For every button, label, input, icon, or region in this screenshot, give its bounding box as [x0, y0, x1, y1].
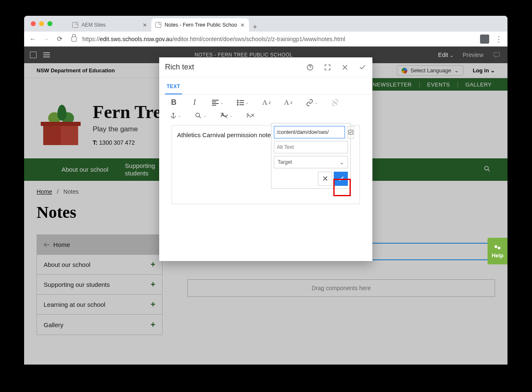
- window-controls: [28, 16, 56, 32]
- chevron-down-icon: ⌄: [340, 159, 344, 165]
- address-bar: ← → ⟳ https://edit.sws.schools.nsw.gov.a…: [24, 32, 507, 47]
- link-cancel-button[interactable]: ✕: [318, 172, 332, 186]
- italic-icon[interactable]: I: [191, 98, 198, 107]
- link-popover: Target ⌄ ✕: [271, 123, 351, 189]
- link-apply-button[interactable]: [334, 172, 348, 186]
- svg-point-1: [485, 166, 488, 170]
- target-select[interactable]: Target ⌄: [274, 156, 348, 168]
- school-phone: T: 1300 307 472: [93, 139, 170, 146]
- link-path-input[interactable]: [274, 126, 345, 138]
- tab-title: Notes - Fern Tree Public Schoo: [165, 22, 237, 28]
- forward-button[interactable]: →: [42, 35, 50, 43]
- school-logo: [41, 101, 80, 145]
- crumb-home[interactable]: Home: [37, 188, 52, 195]
- specialchar-icon[interactable]: [246, 113, 254, 118]
- sidebar-supporting[interactable]: Supporting our students+: [37, 275, 162, 295]
- tab-strip: AEM Sites ✕ Notes - Fern Tree Public Sch…: [24, 16, 507, 32]
- sidebar-nav: 🡠 Home About our school+ Supporting our …: [37, 234, 163, 335]
- path-picker-icon[interactable]: [347, 126, 354, 138]
- nav-about[interactable]: About our school: [53, 166, 117, 173]
- page-icon: [155, 22, 161, 28]
- back-button[interactable]: ←: [29, 35, 37, 43]
- svg-point-7: [196, 113, 200, 117]
- url-field[interactable]: https://edit.sws.schools.nsw.gov.au/edit…: [82, 36, 474, 42]
- annotate-icon[interactable]: [493, 51, 501, 59]
- nav-gallery[interactable]: GALLERY: [458, 81, 499, 88]
- search-icon[interactable]: [483, 165, 491, 174]
- google-icon: [401, 68, 407, 74]
- chevron-down-icon: ⌄: [454, 67, 459, 74]
- close-icon[interactable]: [341, 63, 349, 71]
- anchor-icon[interactable]: ⌄: [170, 112, 181, 119]
- sidebar-learning[interactable]: Learning at our school+: [37, 295, 162, 315]
- fullscreen-icon[interactable]: [323, 63, 332, 71]
- new-tab-button[interactable]: +: [249, 23, 261, 32]
- link-icon[interactable]: ⌄: [306, 99, 318, 106]
- lock-icon: [71, 37, 76, 42]
- school-name: Fern Tree: [93, 101, 170, 123]
- list-icon[interactable]: ⌄: [237, 100, 249, 106]
- aem-page-title: NOTES - FERN TREE PUBLIC SCHOOL: [56, 52, 431, 58]
- reload-button[interactable]: ⟳: [56, 35, 63, 43]
- dialog-title: Rich text: [165, 63, 194, 71]
- superscript-icon[interactable]: A2: [284, 99, 292, 107]
- sidebar-gallery[interactable]: Gallery+: [37, 315, 162, 335]
- svg-point-4: [237, 102, 238, 103]
- expand-icon[interactable]: +: [150, 260, 155, 269]
- menu-icon[interactable]: ⋮: [495, 35, 502, 44]
- component-dropzone[interactable]: Drag components here: [187, 279, 495, 297]
- bold-icon[interactable]: B: [170, 98, 177, 107]
- nav-newsletter[interactable]: NEWSLETTER: [365, 81, 419, 88]
- browser-tab-aem[interactable]: AEM Sites ✕: [68, 18, 151, 32]
- preview-mode[interactable]: Preview: [463, 52, 483, 58]
- profile-icon[interactable]: [480, 35, 489, 44]
- svg-point-6: [173, 113, 174, 114]
- done-icon[interactable]: [358, 63, 367, 71]
- unlink-icon[interactable]: [331, 99, 339, 106]
- login-link[interactable]: Log in ⌄: [473, 67, 495, 74]
- minimize-window[interactable]: [39, 21, 44, 26]
- browser-window: AEM Sites ✕ Notes - Fern Tree Public Sch…: [24, 16, 507, 365]
- alt-text-input[interactable]: [274, 141, 348, 153]
- help-icon[interactable]: [306, 63, 314, 71]
- align-icon[interactable]: ⌄: [212, 100, 224, 106]
- chevron-down-icon: ⌄: [490, 67, 495, 74]
- close-tab-icon[interactable]: ✕: [240, 22, 245, 28]
- edit-mode[interactable]: Edit⌄: [438, 52, 453, 58]
- maximize-window[interactable]: [47, 21, 52, 26]
- svg-point-3: [237, 100, 238, 101]
- spellcheck-icon[interactable]: ⌄: [220, 112, 233, 119]
- page-icon: [72, 22, 78, 28]
- help-tab[interactable]: Help: [488, 238, 507, 264]
- crumb-current: Notes: [64, 188, 79, 195]
- side-panel-icon[interactable]: [30, 52, 37, 58]
- nav-events[interactable]: EVENTS: [419, 81, 458, 88]
- sidebar-home[interactable]: 🡠 Home: [37, 235, 162, 255]
- rte-toolbar: B I ⌄ ⌄ A2 A2 ⌄ ⌄ ⌄ ⌄: [159, 95, 372, 123]
- sidebar-about[interactable]: About our school+: [37, 255, 162, 275]
- findreplace-icon[interactable]: ⌄: [195, 112, 207, 119]
- svg-point-5: [237, 104, 238, 105]
- tab-title: AEM Sites: [81, 22, 106, 28]
- tab-text[interactable]: TEXT: [165, 84, 182, 94]
- close-tab-icon[interactable]: ✕: [143, 22, 147, 28]
- svg-rect-0: [494, 52, 500, 57]
- expand-icon[interactable]: +: [150, 320, 155, 330]
- page-info-icon[interactable]: [43, 52, 50, 57]
- subscript-icon[interactable]: A2: [262, 99, 271, 107]
- expand-icon[interactable]: +: [150, 280, 155, 289]
- nav-supporting[interactable]: Supportingstudents: [117, 162, 164, 177]
- language-selector[interactable]: Select Language ⌄: [397, 65, 464, 76]
- dept-label: NSW Department of Education: [37, 67, 115, 74]
- expand-icon[interactable]: +: [150, 300, 155, 309]
- close-window[interactable]: [31, 21, 36, 26]
- school-tagline: Play the game: [93, 125, 170, 133]
- browser-tab-notes[interactable]: Notes - Fern Tree Public Schoo ✕: [151, 18, 249, 32]
